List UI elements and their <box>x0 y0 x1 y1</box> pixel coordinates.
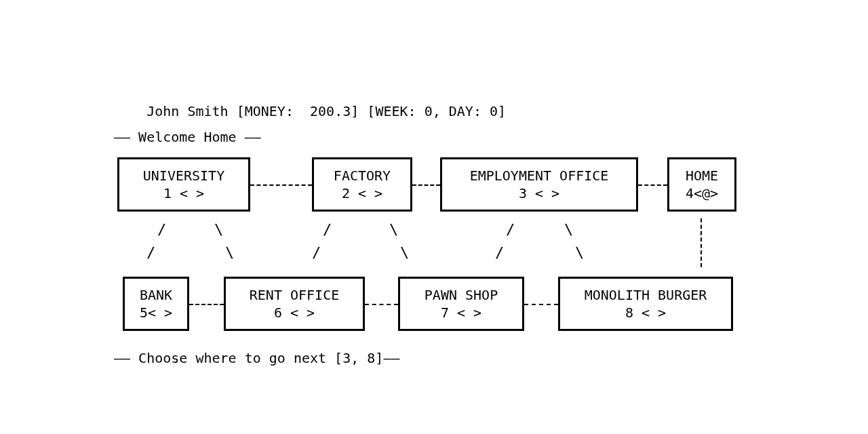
week-label: WEEK <box>375 103 408 119</box>
location-code: 3 < > <box>519 185 559 201</box>
location-factory[interactable]: FACTORY 2 < > <box>312 157 412 212</box>
money-label: MONEY <box>245 103 285 119</box>
map-connector <box>524 304 558 305</box>
prompt-line: —— Choose where to go next [3, 8]—— <box>114 350 399 366</box>
location-monolith-burger[interactable]: MONOLITH BURGER 8 < > <box>558 277 733 331</box>
prompt-suffix: ]—— <box>375 350 399 366</box>
player-name: John Smith <box>146 103 228 119</box>
location-code: 8 < > <box>625 304 666 321</box>
map-connector: \ <box>400 245 409 260</box>
map-connector: \ <box>575 245 584 260</box>
status-line: John Smith [MONEY: 200.3] [WEEK: 0, DAY:… <box>114 87 506 119</box>
map-connector <box>412 184 440 186</box>
map-connector <box>701 218 702 267</box>
location-label: UNIVERSITY <box>143 167 224 184</box>
location-code: 1 < > <box>163 185 204 201</box>
location-code: 2 < > <box>342 185 382 201</box>
location-home[interactable]: HOME 4<@> <box>667 157 736 212</box>
location-rent-office[interactable]: RENT OFFICE 6 < > <box>224 277 365 331</box>
game-stage: John Smith [MONEY: 200.3] [WEEK: 0, DAY:… <box>0 0 868 434</box>
location-code: 5< > <box>140 304 172 321</box>
map-connector <box>365 304 398 305</box>
location-university[interactable]: UNIVERSITY 1 < > <box>117 157 250 212</box>
location-label: EMPLOYMENT OFFICE <box>470 167 609 184</box>
map-connector: \ <box>564 222 573 237</box>
map-connector: / <box>312 245 321 260</box>
location-label: MONOLITH BURGER <box>585 287 707 303</box>
location-pawn-shop[interactable]: PAWN SHOP 7 < > <box>398 277 524 331</box>
location-code: 4<@> <box>686 185 718 201</box>
location-label: FACTORY <box>334 167 391 184</box>
map-connector: \ <box>389 222 398 237</box>
prompt-prefix: —— Choose where to go next [ <box>114 350 342 366</box>
map-connector: / <box>323 222 332 237</box>
map-connector: / <box>157 222 166 237</box>
location-code: 7 < > <box>441 304 481 321</box>
location-employment-office[interactable]: EMPLOYMENT OFFICE 3 < > <box>440 157 638 212</box>
prompt-low: 3 <box>342 350 351 366</box>
map-connector <box>638 184 667 186</box>
map-connector: \ <box>225 245 234 260</box>
prompt-high: 8 <box>367 350 375 366</box>
location-label: BANK <box>140 287 172 303</box>
map-connector: / <box>495 245 504 260</box>
location-bank[interactable]: BANK 5< > <box>123 277 189 331</box>
day-label: DAY <box>449 103 473 119</box>
welcome-message: —— Welcome Home —— <box>114 129 261 145</box>
map-connector <box>250 184 312 186</box>
location-label: PAWN SHOP <box>425 287 498 303</box>
week-value: 0 <box>425 103 433 119</box>
map-connector: \ <box>214 222 223 237</box>
location-label: RENT OFFICE <box>250 287 339 303</box>
map-connector: / <box>146 245 155 260</box>
map-connector: / <box>506 222 515 237</box>
location-label: HOME <box>686 167 718 184</box>
location-code: 6 < > <box>274 304 315 321</box>
day-value: 0 <box>490 103 498 119</box>
money-value: 200.3 <box>310 103 351 119</box>
map-connector <box>189 304 224 305</box>
